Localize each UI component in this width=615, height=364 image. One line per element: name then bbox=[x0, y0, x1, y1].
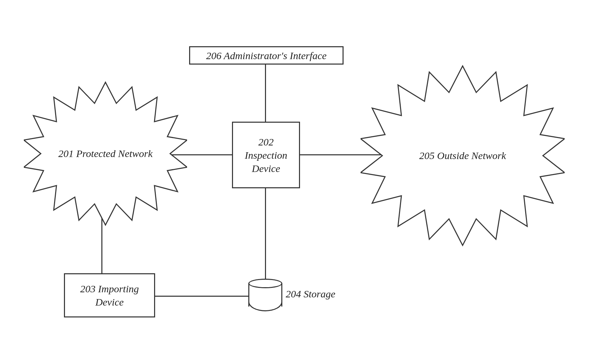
node-protected-network: 201 Protected Network bbox=[24, 72, 187, 235]
storage-label: 204 Storage bbox=[286, 288, 335, 300]
edge-inspection-to-storage bbox=[265, 188, 266, 280]
admin-interface-label: 206 Administrator's Interface bbox=[206, 49, 327, 62]
node-outside-network: 205 Outside Network bbox=[361, 54, 565, 258]
edge-importing-to-storage bbox=[154, 296, 249, 297]
diagram-canvas: 206 Administrator's Interface 202 Inspec… bbox=[0, 0, 615, 364]
outside-network-label: 205 Outside Network bbox=[419, 149, 506, 163]
node-inspection-device: 202 Inspection Device bbox=[232, 122, 300, 188]
node-admin-interface: 206 Administrator's Interface bbox=[189, 46, 344, 65]
node-storage bbox=[248, 279, 282, 311]
node-importing-device: 203 Importing Device bbox=[64, 273, 155, 317]
protected-network-label: 201 Protected Network bbox=[58, 147, 152, 161]
edge-admin-to-inspection bbox=[265, 64, 266, 122]
importing-device-label: 203 Importing Device bbox=[68, 282, 151, 309]
inspection-device-label: 202 Inspection Device bbox=[236, 135, 296, 175]
